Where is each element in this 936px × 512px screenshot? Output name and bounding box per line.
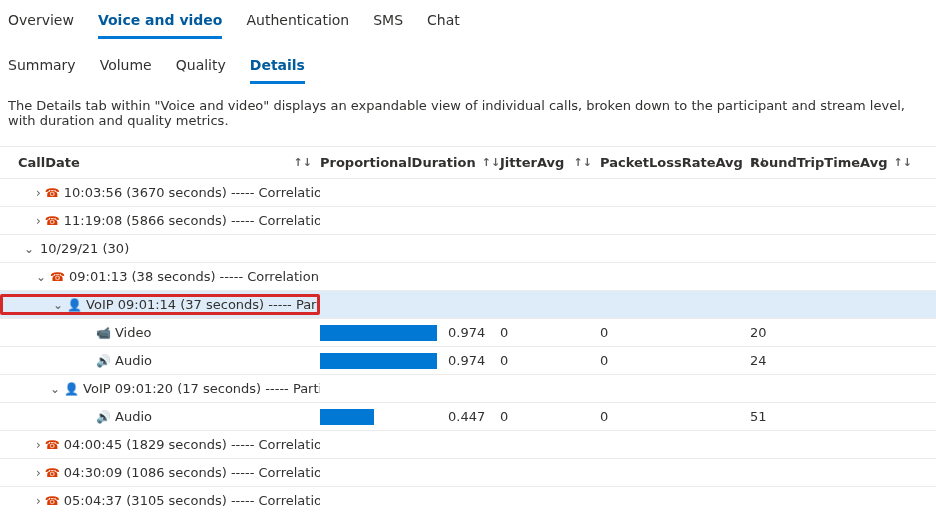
col-rtt-label[interactable]: RoundTripTimeAvg: [750, 155, 887, 170]
audio-icon: 🔊: [96, 354, 111, 368]
row-label: 04:30:09 (1086 seconds) ----- Correlatio…: [64, 465, 320, 480]
col-jitter-sort-icon[interactable]: ↑↓: [574, 156, 592, 169]
phone-icon: ☎: [45, 214, 60, 228]
row-label: VoIP 09:01:20 (17 seconds) ----- Partici…: [83, 381, 320, 396]
rtt-value: 24: [750, 353, 918, 368]
row-label: VoIP 09:01:14 (37 seconds) ----- Partici…: [86, 297, 320, 312]
video-icon: 📹: [96, 326, 111, 340]
packet-loss-value: 0: [600, 325, 750, 340]
tab-description: The Details tab within "Voice and video"…: [0, 84, 936, 146]
table-row[interactable]: ⌄ 10/29/21 (30): [0, 235, 936, 263]
person-icon: 👤: [67, 298, 82, 312]
duration-value: 0.974: [448, 353, 485, 368]
primary-tabs: OverviewVoice and videoAuthenticationSMS…: [0, 0, 936, 39]
phone-icon: ☎: [50, 270, 65, 284]
col-calldate-sort-icon[interactable]: ↑↓: [294, 156, 312, 169]
chevron-down-icon[interactable]: ⌄: [50, 382, 60, 396]
col-rtt-sort-icon[interactable]: ↑↓: [893, 156, 911, 169]
table-row[interactable]: ⌄👤 VoIP 09:01:14 (37 seconds) ----- Part…: [0, 291, 936, 319]
phone-icon: ☎: [45, 466, 60, 480]
col-duration-sort-icon[interactable]: ↑↓: [482, 156, 500, 169]
table-row[interactable]: 🔊 Audio0.4470051: [0, 403, 936, 431]
duration-value: 0.447: [448, 409, 485, 424]
jitter-value: 0: [500, 353, 600, 368]
col-duration-label[interactable]: ProportionalDuration: [320, 155, 476, 170]
duration-bar: [320, 325, 440, 341]
row-label: 11:19:08 (5866 seconds) ----- Correlatio…: [64, 213, 320, 228]
table-row[interactable]: ›☎ 11:19:08 (5866 seconds) ----- Correla…: [0, 207, 936, 235]
packet-loss-value: 0: [600, 409, 750, 424]
table-row[interactable]: ›☎ 04:00:45 (1829 seconds) ----- Correla…: [0, 431, 936, 459]
tab-overview[interactable]: Overview: [8, 8, 74, 39]
row-label: 09:01:13 (38 seconds) ----- CorrelationI…: [69, 269, 320, 284]
phone-icon: ☎: [45, 494, 60, 508]
phone-icon: ☎: [45, 438, 60, 452]
chevron-right-icon[interactable]: ›: [36, 466, 41, 480]
duration-bar: [320, 409, 440, 425]
tab-authentication[interactable]: Authentication: [246, 8, 349, 39]
chevron-right-icon[interactable]: ›: [36, 494, 41, 508]
row-label: 05:04:37 (3105 seconds) ----- Correlatio…: [64, 493, 320, 508]
table-row[interactable]: ›☎ 05:04:37 (3105 seconds) ----- Correla…: [0, 487, 936, 512]
chevron-right-icon[interactable]: ›: [36, 214, 41, 228]
tab-sms[interactable]: SMS: [373, 8, 403, 39]
row-label: Video: [115, 325, 151, 340]
subtab-summary[interactable]: Summary: [8, 53, 76, 84]
chevron-right-icon[interactable]: ›: [36, 186, 41, 200]
col-loss-label[interactable]: PacketLossRateAvg: [600, 155, 743, 170]
jitter-value: 0: [500, 325, 600, 340]
row-label: Audio: [115, 353, 152, 368]
chevron-down-icon[interactable]: ⌄: [53, 298, 63, 312]
rtt-value: 20: [750, 325, 918, 340]
chevron-right-icon[interactable]: ›: [36, 438, 41, 452]
col-jitter-label[interactable]: JitterAvg: [500, 155, 564, 170]
row-label: 10/29/21 (30): [40, 241, 129, 256]
grid-header: CallDate ↑↓ ProportionalDuration ↑↓ Jitt…: [0, 146, 936, 179]
row-label: 10:03:56 (3670 seconds) ----- Correlatio…: [64, 185, 320, 200]
subtab-quality[interactable]: Quality: [176, 53, 226, 84]
chevron-down-icon[interactable]: ⌄: [22, 242, 36, 256]
duration-bar: [320, 353, 440, 369]
tab-voice-and-video[interactable]: Voice and video: [98, 8, 223, 39]
chevron-down-icon[interactable]: ⌄: [36, 270, 46, 284]
tab-chat[interactable]: Chat: [427, 8, 460, 39]
row-label: 04:00:45 (1829 seconds) ----- Correlatio…: [64, 437, 320, 452]
duration-value: 0.974: [448, 325, 485, 340]
phone-icon: ☎: [45, 186, 60, 200]
secondary-tabs: SummaryVolumeQualityDetails: [0, 39, 936, 84]
table-row[interactable]: 📹 Video0.9740020: [0, 319, 936, 347]
audio-icon: 🔊: [96, 410, 111, 424]
packet-loss-value: 0: [600, 353, 750, 368]
person-icon: 👤: [64, 382, 79, 396]
table-row[interactable]: ⌄☎ 09:01:13 (38 seconds) ----- Correlati…: [0, 263, 936, 291]
jitter-value: 0: [500, 409, 600, 424]
subtab-volume[interactable]: Volume: [100, 53, 152, 84]
calls-grid: CallDate ↑↓ ProportionalDuration ↑↓ Jitt…: [0, 146, 936, 512]
table-row[interactable]: ›☎ 04:30:09 (1086 seconds) ----- Correla…: [0, 459, 936, 487]
subtab-details[interactable]: Details: [250, 53, 305, 84]
table-row[interactable]: ⌄👤 VoIP 09:01:20 (17 seconds) ----- Part…: [0, 375, 936, 403]
col-calldate-label[interactable]: CallDate: [18, 155, 80, 170]
table-row[interactable]: 🔊 Audio0.9740024: [0, 347, 936, 375]
table-row[interactable]: ›☎ 10:03:56 (3670 seconds) ----- Correla…: [0, 179, 936, 207]
row-label: Audio: [115, 409, 152, 424]
rtt-value: 51: [750, 409, 918, 424]
